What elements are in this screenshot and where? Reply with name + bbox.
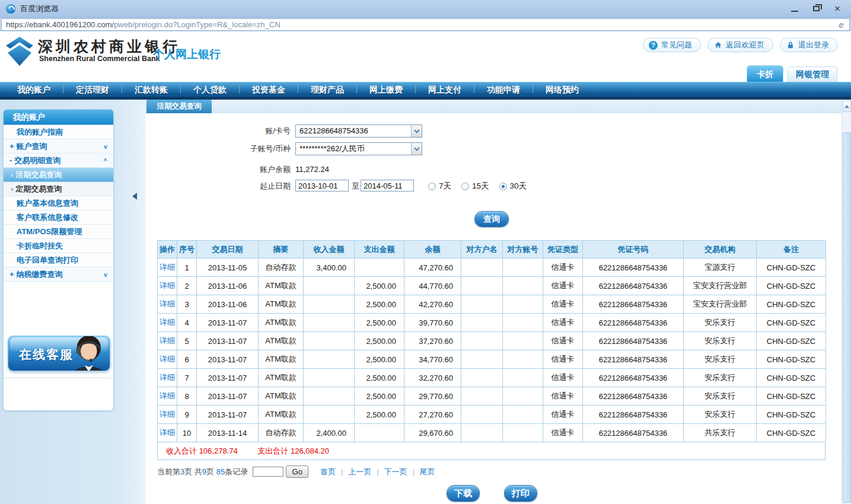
url-input[interactable]: https://ebank.4001961200.com/pweb/prelog… — [1, 18, 850, 31]
radio-icon[interactable] — [428, 183, 436, 190]
sidebar-item[interactable]: 卡折临时挂失 — [4, 239, 113, 253]
cell-branch: 安乐支行 — [684, 314, 757, 332]
cell-branch: 宝源支行 — [684, 259, 757, 277]
nav-item-10[interactable]: 网络预约 — [533, 82, 591, 97]
tab-card-passbook[interactable]: 卡折 — [747, 65, 783, 82]
ie-compat-icon[interactable]: e — [836, 20, 846, 30]
pagination-link-1[interactable]: 首页 — [320, 467, 336, 477]
cell-seq: 10 — [177, 424, 197, 442]
detail-link[interactable]: 详细 — [160, 336, 175, 345]
sidebar-item[interactable]: +纳税缴费查询v — [4, 267, 113, 282]
cell-date: 2013-11-07 — [197, 387, 259, 406]
window-controls: × — [789, 4, 845, 14]
radio-option[interactable]: 7天 — [428, 181, 451, 192]
scroll-up-button[interactable] — [843, 101, 851, 112]
cell-seq: 5 — [177, 332, 197, 350]
nav-item-3[interactable]: 汇款转账 — [122, 82, 180, 97]
cell-party_name — [461, 259, 503, 277]
cell-income — [304, 314, 355, 332]
detail-link[interactable]: 详细 — [160, 299, 175, 308]
cell-party_name — [461, 314, 503, 332]
subaccount-select[interactable]: *********262/人民币 — [295, 142, 422, 155]
radio-option[interactable]: 30天 — [499, 181, 527, 192]
content-tab-active[interactable]: 活期交易查询 — [146, 100, 212, 113]
nav-item-5[interactable]: 投资基金 — [240, 82, 298, 97]
table-row: 详细92013-11-07ATM取款2,500.0027,270.60信通卡62… — [158, 406, 826, 424]
cell-date: 2013-11-07 — [197, 332, 259, 350]
sidebar-item-active[interactable]: ›活期交易查询 — [4, 168, 113, 182]
sidebar-item[interactable]: +账户查询v — [4, 139, 113, 154]
cell-date: 2013-11-14 — [197, 424, 259, 442]
table-row: 详细72013-11-07ATM取款2,500.0032,270.60信通卡62… — [158, 369, 826, 387]
cell-voucher_type: 信通卡 — [543, 277, 583, 295]
sidebar-item[interactable]: 我的账户指南 — [4, 125, 113, 139]
pagination-link-2[interactable]: 上一页 — [348, 467, 371, 477]
go-button[interactable]: Go — [286, 465, 308, 478]
cell-remark: CHN-GD-SZC — [757, 369, 826, 387]
chevron-down-icon — [411, 143, 422, 155]
faq-button[interactable]: ? 常见问题 — [643, 38, 701, 52]
welcome-page-button[interactable]: 返回欢迎页 — [707, 38, 773, 52]
radio-option[interactable]: 15天 — [461, 181, 489, 192]
pagination-link-3[interactable]: 下一页 — [384, 467, 407, 477]
date-to-input[interactable] — [361, 180, 414, 192]
online-service-button[interactable]: 在线客服 — [8, 336, 110, 371]
cell-seq: 4 — [177, 314, 197, 332]
sidebar-item[interactable]: ATM/POS限额管理 — [4, 225, 113, 239]
scrollbar-thumb[interactable] — [843, 132, 851, 503]
table-row: 详细42013-11-07ATM取款2,500.0039,770.60信通卡62… — [158, 314, 826, 332]
nav-item-7[interactable]: 网上缴费 — [357, 82, 415, 97]
nav-item-2[interactable]: 定活理财 — [63, 82, 122, 97]
cell-voucher_no: 6221286648754336 — [583, 295, 684, 314]
cell-voucher_type: 信通卡 — [543, 369, 583, 387]
nav-item-4[interactable]: 个人贷款 — [181, 82, 239, 97]
query-button[interactable]: 查询 — [474, 211, 509, 227]
sidebar-item[interactable]: 账户基本信息查询 — [4, 196, 113, 210]
detail-link[interactable]: 详细 — [160, 263, 175, 272]
column-header: 凭证号码 — [583, 241, 684, 259]
nav-item-1[interactable]: 我的账户 — [5, 82, 63, 97]
sidebar-item[interactable]: 电子回单查询打印 — [4, 253, 113, 267]
sidebar-menu: 我的账户指南+账户查询v-交易明细查询^›活期交易查询›定期交易查询账户基本信息… — [4, 125, 113, 282]
detail-link[interactable]: 详细 — [160, 318, 175, 327]
minimize-button[interactable] — [789, 4, 800, 14]
date-from-input[interactable] — [295, 180, 349, 192]
title-bar: 百度浏览器 × — [0, 0, 851, 18]
radio-icon[interactable] — [461, 183, 469, 190]
nav-item-8[interactable]: 网上支付 — [416, 82, 474, 97]
cell-summary: 自动存款 — [259, 424, 304, 442]
cell-summary: ATM取款 — [259, 314, 304, 332]
logout-button[interactable]: 退出登录 — [780, 38, 838, 52]
page-number-input[interactable] — [253, 467, 283, 477]
pagination-link-4[interactable]: 尾页 — [420, 467, 435, 477]
bank-logo-icon — [4, 37, 35, 66]
sidebar-item[interactable]: ›定期交易查询 — [4, 182, 113, 196]
pagination-separator: | — [341, 468, 343, 476]
item-prefix: - — [9, 156, 12, 165]
account-select[interactable]: 6221286648754336 — [295, 125, 422, 138]
detail-link[interactable]: 详细 — [160, 428, 175, 437]
nav-item-9[interactable]: 功能申请 — [474, 82, 533, 97]
cell-party_account — [503, 332, 543, 350]
detail-link[interactable]: 详细 — [160, 281, 175, 290]
sidebar-item[interactable]: 客户联系信息修改 — [4, 210, 113, 225]
tab-ebank-management[interactable]: 网银管理 — [788, 66, 837, 82]
restore-button[interactable] — [811, 4, 821, 14]
cell-operation: 详细 — [158, 295, 177, 314]
cell-voucher_no: 6221286648754336 — [583, 369, 684, 387]
close-button[interactable]: × — [832, 4, 843, 14]
detail-link[interactable]: 详细 — [160, 391, 175, 400]
nav-item-6[interactable]: 理财产品 — [298, 82, 356, 97]
detail-link[interactable]: 详细 — [160, 355, 175, 363]
balance-value: 11,272.24 — [295, 164, 329, 176]
sidebar-item[interactable]: -交易明细查询^ — [4, 154, 113, 168]
detail-link[interactable]: 详细 — [160, 410, 175, 419]
detail-link[interactable]: 详细 — [160, 373, 175, 382]
chevron-up-icon: ^ — [104, 154, 107, 168]
print-button[interactable]: 打印 — [504, 485, 537, 502]
sidebar-collapse-arrow[interactable] — [132, 193, 137, 200]
cell-remark: CHN-GD-SZC — [757, 387, 826, 406]
sidebar-item-label: ATM/POS限额管理 — [17, 227, 82, 236]
radio-icon[interactable] — [499, 183, 507, 190]
download-button[interactable]: 下载 — [447, 485, 480, 502]
